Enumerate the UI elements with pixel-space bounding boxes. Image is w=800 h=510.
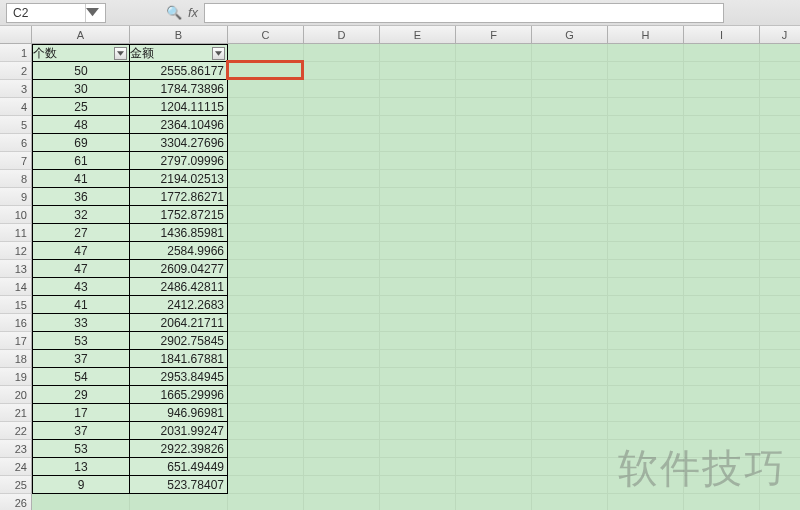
cell-I19[interactable] xyxy=(684,368,760,386)
cell-E17[interactable] xyxy=(380,332,456,350)
cell-I3[interactable] xyxy=(684,80,760,98)
column-header-G[interactable]: G xyxy=(532,26,608,44)
cell-A9[interactable]: 36 xyxy=(32,188,130,206)
cell-J20[interactable] xyxy=(760,386,800,404)
cell-A23[interactable]: 53 xyxy=(32,440,130,458)
name-box[interactable]: C2 xyxy=(6,3,106,23)
cell-I25[interactable] xyxy=(684,476,760,494)
cell-C2[interactable] xyxy=(228,62,304,80)
cell-A5[interactable]: 48 xyxy=(32,116,130,134)
cell-H14[interactable] xyxy=(608,278,684,296)
cell-A21[interactable]: 17 xyxy=(32,404,130,422)
cell-J25[interactable] xyxy=(760,476,800,494)
cell-H4[interactable] xyxy=(608,98,684,116)
cell-A1[interactable]: 个数 xyxy=(32,44,130,62)
column-header-C[interactable]: C xyxy=(228,26,304,44)
row-header-1[interactable]: 1 xyxy=(0,44,32,62)
cell-E18[interactable] xyxy=(380,350,456,368)
cell-E7[interactable] xyxy=(380,152,456,170)
column-header-A[interactable]: A xyxy=(32,26,130,44)
cell-H7[interactable] xyxy=(608,152,684,170)
cell-H3[interactable] xyxy=(608,80,684,98)
cell-G3[interactable] xyxy=(532,80,608,98)
cell-C16[interactable] xyxy=(228,314,304,332)
cell-B2[interactable]: 2555.86177 xyxy=(130,62,228,80)
cell-B5[interactable]: 2364.10496 xyxy=(130,116,228,134)
cell-D2[interactable] xyxy=(304,62,380,80)
cell-D24[interactable] xyxy=(304,458,380,476)
column-header-H[interactable]: H xyxy=(608,26,684,44)
cell-C13[interactable] xyxy=(228,260,304,278)
cell-F3[interactable] xyxy=(456,80,532,98)
cell-F10[interactable] xyxy=(456,206,532,224)
cell-G9[interactable] xyxy=(532,188,608,206)
cell-C19[interactable] xyxy=(228,368,304,386)
cell-F8[interactable] xyxy=(456,170,532,188)
column-header-D[interactable]: D xyxy=(304,26,380,44)
row-header-18[interactable]: 18 xyxy=(0,350,32,368)
cell-I12[interactable] xyxy=(684,242,760,260)
cell-B16[interactable]: 2064.21711 xyxy=(130,314,228,332)
cell-G5[interactable] xyxy=(532,116,608,134)
cell-J18[interactable] xyxy=(760,350,800,368)
cell-G13[interactable] xyxy=(532,260,608,278)
cell-E14[interactable] xyxy=(380,278,456,296)
cell-G6[interactable] xyxy=(532,134,608,152)
cell-C20[interactable] xyxy=(228,386,304,404)
cell-D18[interactable] xyxy=(304,350,380,368)
cell-I11[interactable] xyxy=(684,224,760,242)
cell-F26[interactable] xyxy=(456,494,532,510)
row-header-12[interactable]: 12 xyxy=(0,242,32,260)
column-header-F[interactable]: F xyxy=(456,26,532,44)
cell-A8[interactable]: 41 xyxy=(32,170,130,188)
cell-A14[interactable]: 43 xyxy=(32,278,130,296)
cell-G16[interactable] xyxy=(532,314,608,332)
cell-C23[interactable] xyxy=(228,440,304,458)
cell-H23[interactable] xyxy=(608,440,684,458)
cell-J15[interactable] xyxy=(760,296,800,314)
row-header-10[interactable]: 10 xyxy=(0,206,32,224)
cell-H5[interactable] xyxy=(608,116,684,134)
name-box-dropdown-icon[interactable] xyxy=(85,4,99,22)
filter-button-B[interactable] xyxy=(212,47,225,60)
cell-D5[interactable] xyxy=(304,116,380,134)
cell-G19[interactable] xyxy=(532,368,608,386)
cell-G15[interactable] xyxy=(532,296,608,314)
cell-J21[interactable] xyxy=(760,404,800,422)
cell-H19[interactable] xyxy=(608,368,684,386)
cell-D6[interactable] xyxy=(304,134,380,152)
row-header-11[interactable]: 11 xyxy=(0,224,32,242)
cell-J3[interactable] xyxy=(760,80,800,98)
row-header-19[interactable]: 19 xyxy=(0,368,32,386)
cell-D26[interactable] xyxy=(304,494,380,510)
cell-H20[interactable] xyxy=(608,386,684,404)
cell-D14[interactable] xyxy=(304,278,380,296)
cell-A16[interactable]: 33 xyxy=(32,314,130,332)
cell-C12[interactable] xyxy=(228,242,304,260)
cell-A20[interactable]: 29 xyxy=(32,386,130,404)
cell-C26[interactable] xyxy=(228,494,304,510)
cell-J8[interactable] xyxy=(760,170,800,188)
cell-E9[interactable] xyxy=(380,188,456,206)
cell-J14[interactable] xyxy=(760,278,800,296)
cell-C11[interactable] xyxy=(228,224,304,242)
cell-C24[interactable] xyxy=(228,458,304,476)
cell-I15[interactable] xyxy=(684,296,760,314)
cell-J11[interactable] xyxy=(760,224,800,242)
row-header-24[interactable]: 24 xyxy=(0,458,32,476)
cell-J16[interactable] xyxy=(760,314,800,332)
cell-D10[interactable] xyxy=(304,206,380,224)
cell-J1[interactable] xyxy=(760,44,800,62)
row-header-7[interactable]: 7 xyxy=(0,152,32,170)
cell-A11[interactable]: 27 xyxy=(32,224,130,242)
cell-B15[interactable]: 2412.2683 xyxy=(130,296,228,314)
cell-F22[interactable] xyxy=(456,422,532,440)
cell-F12[interactable] xyxy=(456,242,532,260)
cell-A10[interactable]: 32 xyxy=(32,206,130,224)
cell-C3[interactable] xyxy=(228,80,304,98)
cell-B1[interactable]: 金额 xyxy=(130,44,228,62)
cell-C21[interactable] xyxy=(228,404,304,422)
cell-H24[interactable] xyxy=(608,458,684,476)
cell-E8[interactable] xyxy=(380,170,456,188)
row-header-13[interactable]: 13 xyxy=(0,260,32,278)
